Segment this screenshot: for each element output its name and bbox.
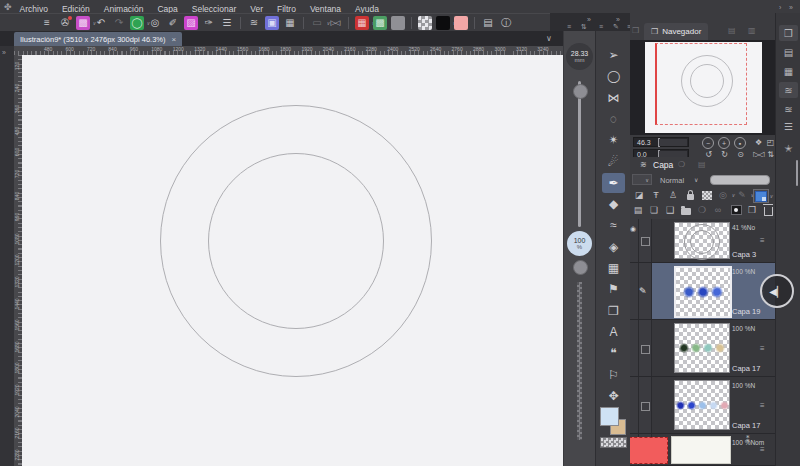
layer-ghost-tab-icon[interactable]: ❍ xyxy=(678,160,685,169)
zoom-tool-icon[interactable]: ◎ xyxy=(148,16,162,30)
palette-color-icon[interactable]: ∨ xyxy=(753,189,769,203)
new-raster-layer-icon[interactable]: ❏ xyxy=(647,204,661,216)
menu-item-archivo[interactable]: Archivo xyxy=(20,4,48,14)
dock-scrollbar[interactable] xyxy=(796,160,798,186)
auto-select-tool[interactable]: ✴ xyxy=(602,130,625,150)
tab-close-icon[interactable]: × xyxy=(172,35,177,44)
menu-item-edición[interactable]: Edición xyxy=(62,4,90,14)
snap-icon[interactable]: ▣ xyxy=(265,16,279,30)
line-correction-tool[interactable]: ⚐ xyxy=(602,365,625,385)
layer-thumbnail[interactable] xyxy=(674,266,732,318)
operation-tool[interactable]: ➢ xyxy=(602,45,625,65)
material-red-icon[interactable]: ▦∨ xyxy=(355,16,369,30)
gradient-tool[interactable]: ▦ xyxy=(602,258,625,278)
ruler-mask-icon[interactable]: ✎∨ xyxy=(735,189,749,201)
delete-layer-icon[interactable] xyxy=(761,204,775,216)
transfer-to-lower-icon[interactable]: Ŧ xyxy=(649,189,663,201)
document-tab[interactable]: Ilustración9* (3510 x 2476px 300dpi 46.3… xyxy=(14,32,182,46)
selection-from-layer-icon[interactable]: ◎∨ xyxy=(716,189,730,201)
layer-menu-icon[interactable]: ≡ xyxy=(760,236,765,245)
layer-search-panel-icon[interactable]: ≊ xyxy=(779,101,798,117)
tab-overflow-chevron-icon[interactable]: ∨ xyxy=(546,34,552,43)
layer-panel-icon[interactable]: ≋ xyxy=(779,82,798,98)
panel-expand-icon[interactable]: » xyxy=(2,49,6,56)
layer-opacity-slider[interactable] xyxy=(710,175,770,185)
reference-tab-icon[interactable]: ▥ xyxy=(748,26,756,35)
lock-layer-icon[interactable] xyxy=(683,189,697,201)
brush-size-slider-handle[interactable] xyxy=(573,84,588,99)
transparent-color-swatch[interactable] xyxy=(600,437,627,448)
figure-tool[interactable]: ⚑ xyxy=(602,279,625,299)
zoom-out-button[interactable]: − xyxy=(702,137,714,149)
brush-icon[interactable]: ✐ xyxy=(166,16,180,30)
new-vector-layer-icon[interactable]: ❑ xyxy=(663,204,677,216)
brush-size-slider-track[interactable] xyxy=(578,81,581,227)
menu-item-animación[interactable]: Animación xyxy=(104,4,144,14)
grid-icon[interactable]: ▦ xyxy=(283,16,297,30)
zoom-100-button[interactable]: ▪ xyxy=(734,137,746,149)
tool-settings-icon[interactable]: ☰ xyxy=(220,16,234,30)
layers-panel-header[interactable]: ≋ Capa ❍ ▤ xyxy=(630,157,775,172)
menu-item-ver[interactable]: Ver xyxy=(250,4,263,14)
clip-to-layer-below-icon[interactable]: ◪ xyxy=(632,189,646,201)
text-tool[interactable]: A xyxy=(602,322,625,342)
panel-collapse-button[interactable]: ◀▏ xyxy=(760,274,794,308)
selection-red-thumbnail[interactable] xyxy=(630,437,668,464)
options-menu-icon[interactable]: ≡ xyxy=(567,23,571,30)
options-menu-icon[interactable]: ≡ xyxy=(599,23,603,30)
blend-mode-label[interactable]: Normal xyxy=(660,176,684,185)
layer-checkbox[interactable] xyxy=(641,402,650,411)
menu-item-ayuda[interactable]: Ayuda xyxy=(355,4,379,14)
panel-expand-icon[interactable]: » xyxy=(616,16,620,23)
panel-tab-icon[interactable]: ❒ xyxy=(632,26,639,35)
layer-combo-dropdown[interactable]: ∨ xyxy=(632,174,652,185)
selection-launcher-icon[interactable]: ▭∨ xyxy=(310,16,324,30)
zoom-in-button[interactable]: + xyxy=(718,137,730,149)
menu-item-seleccionar[interactable]: Seleccionar xyxy=(192,4,236,14)
layer-row[interactable]: 100 %N≡Capa 17 xyxy=(630,320,775,377)
pen-settings-icon[interactable]: ✎ xyxy=(613,23,619,31)
foreground-color-swatch[interactable] xyxy=(600,407,619,426)
flip-view-icon[interactable]: ▷◁ xyxy=(328,16,342,30)
layer-thumbnail[interactable] xyxy=(674,380,730,430)
layer-ghost-tab-icon[interactable]: ▤ xyxy=(698,160,706,169)
layer-thumbnail[interactable] xyxy=(674,323,730,373)
fill-tool[interactable]: ◈ xyxy=(602,237,625,257)
gray-swatch-icon[interactable] xyxy=(391,16,405,30)
layer-stack-icon[interactable]: ≋ xyxy=(247,16,261,30)
liquify-tool[interactable]: ⋈ xyxy=(602,88,625,108)
expand-dock-icon[interactable]: » xyxy=(789,4,793,11)
document-properties-icon[interactable]: ▤ xyxy=(481,16,495,30)
menu-item-capa[interactable]: Capa xyxy=(157,4,177,14)
screentone-green-icon[interactable]: ▩ xyxy=(373,16,387,30)
merge-down-icon[interactable]: ∞ xyxy=(711,204,725,216)
create-mask-icon[interactable] xyxy=(729,204,743,216)
opacity-slider-track[interactable] xyxy=(577,282,582,440)
panel-expand-icon[interactable]: » xyxy=(587,16,591,23)
lock-transparent-pixels-icon[interactable] xyxy=(700,189,714,201)
ruler-pen-icon[interactable]: ✑ xyxy=(202,16,216,30)
material-color-icon[interactable]: ▩∨ xyxy=(76,16,90,30)
main-color-swatch[interactable]: ∨ xyxy=(436,16,450,30)
menu-item-ventana[interactable]: Ventana xyxy=(310,4,341,14)
reference-layer-icon[interactable]: ♙ xyxy=(666,189,680,201)
sub-color-swatch[interactable] xyxy=(454,16,468,30)
blend-mode-chevron-icon[interactable]: ∨ xyxy=(694,176,698,183)
layer-menu-icon[interactable]: ≡ xyxy=(760,344,765,353)
quick-access-panel-icon[interactable]: ✭ xyxy=(779,140,798,156)
apply-mask-icon[interactable]: ❐ xyxy=(745,204,759,216)
layer-row[interactable]: ◉41 %No≡Capa 3 xyxy=(630,219,775,263)
layer-property-panel-icon[interactable]: ☰ xyxy=(779,118,798,134)
panel-options-icon[interactable]: ▤ xyxy=(631,204,645,216)
eraser-tool[interactable]: ◆ xyxy=(602,194,625,214)
slider-settings-icon[interactable]: ⇅ xyxy=(581,23,587,31)
layer-row[interactable]: 100 %Nom≡⁑ xyxy=(630,434,775,466)
eyedropper-tool[interactable]: ☄ xyxy=(602,152,625,172)
navigator-panel-icon[interactable]: ❒ xyxy=(779,25,798,41)
pen-tool[interactable]: ✒ xyxy=(602,173,625,193)
chevron-down-icon[interactable]: ∨ xyxy=(769,193,773,199)
layer-thumbnail[interactable] xyxy=(671,436,731,464)
layer-checkbox[interactable] xyxy=(641,345,650,354)
navigator-view-rectangle[interactable] xyxy=(655,43,747,125)
layer-row[interactable]: ✎100 %N≡Capa 19 xyxy=(630,263,775,320)
